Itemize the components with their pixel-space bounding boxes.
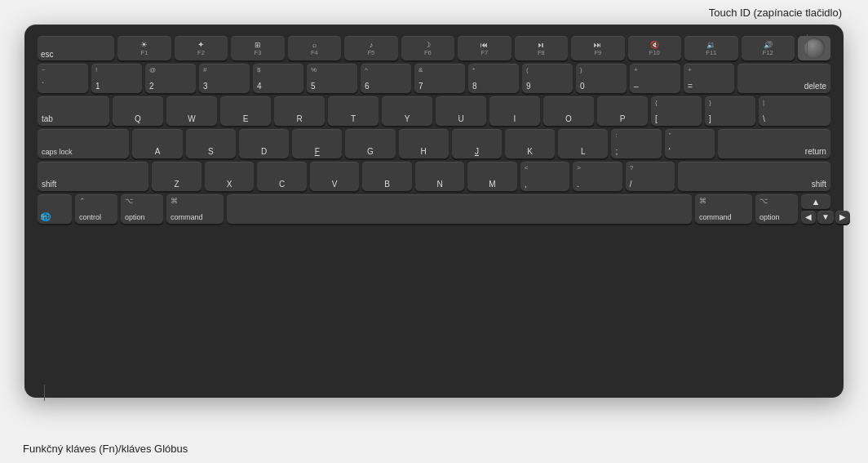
key-n[interactable]: N: [415, 162, 465, 191]
key-return[interactable]: return: [718, 129, 830, 158]
touchid-annotation-line: [807, 34, 808, 59]
keyboard: esc ☀F1 ✦F2 ⊞F3 ⌕F4 ♪F5 ☽F6 ⏮F7 ⏯F8 ⏭F9 …: [24, 24, 844, 398]
key-f10[interactable]: 🔇F10: [628, 36, 681, 60]
bottom-key-row: fn 🌐 ⌃ control ⌥ option ⌘ command ⌘ comm…: [38, 194, 830, 224]
key-shift-left[interactable]: shift: [38, 162, 148, 191]
key-r[interactable]: R: [274, 96, 325, 126]
key-equals[interactable]: +=: [684, 64, 734, 93]
key-command-right[interactable]: ⌘ command: [695, 194, 752, 224]
key-capslock[interactable]: caps lock: [38, 129, 129, 158]
key-w[interactable]: W: [166, 96, 217, 126]
fn-label: Funkčný kláves (Fn)/kláves Glóbus: [23, 443, 188, 455]
key-f3[interactable]: ⊞F3: [231, 36, 284, 60]
key-f4[interactable]: ⌕F4: [288, 36, 341, 60]
key-f6[interactable]: ☽F6: [401, 36, 454, 60]
key-q[interactable]: Q: [113, 96, 163, 126]
key-4[interactable]: $4: [253, 64, 303, 93]
key-f1[interactable]: ☀F1: [117, 36, 170, 60]
key-slash[interactable]: ?/: [626, 162, 675, 191]
number-key-row: ~` !1 @2 #3 $4 %5 ^6 &7 *8 (9 )0 +– += d…: [38, 64, 830, 93]
key-period[interactable]: >.: [573, 162, 622, 191]
key-k[interactable]: K: [505, 129, 555, 158]
key-7[interactable]: &7: [414, 64, 465, 93]
key-v[interactable]: V: [310, 162, 360, 191]
key-f[interactable]: F: [292, 129, 342, 158]
key-2[interactable]: @2: [145, 64, 196, 93]
key-esc[interactable]: esc: [38, 36, 114, 60]
key-m[interactable]: M: [467, 162, 517, 191]
key-arrow-down[interactable]: ▼: [817, 211, 834, 224]
key-arrow-right[interactable]: ▶: [835, 211, 850, 224]
key-6[interactable]: ^6: [361, 64, 411, 93]
qwerty-key-row: tab Q W E R T Y U I O P {[ }] |\: [38, 96, 830, 126]
key-touchid[interactable]: [798, 36, 830, 60]
key-u[interactable]: U: [436, 96, 486, 126]
fn-annotation: Funkčný kláves (Fn)/kláves Glóbus: [23, 443, 188, 455]
key-semicolon[interactable]: :;: [611, 129, 661, 158]
fn-annotation-line: [44, 385, 45, 401]
key-i[interactable]: I: [489, 96, 540, 126]
key-comma[interactable]: <,: [520, 162, 570, 191]
key-l[interactable]: L: [558, 129, 608, 158]
key-t[interactable]: T: [328, 96, 379, 126]
key-1[interactable]: !1: [91, 64, 142, 93]
key-y[interactable]: Y: [382, 96, 432, 126]
key-arrow-up[interactable]: ▲: [801, 194, 830, 209]
key-c[interactable]: C: [257, 162, 307, 191]
key-option-right[interactable]: ⌥ option: [755, 194, 798, 224]
key-backtick[interactable]: ~`: [38, 64, 88, 93]
key-e[interactable]: E: [220, 96, 271, 126]
key-s[interactable]: S: [186, 129, 236, 158]
key-o[interactable]: O: [543, 96, 594, 126]
key-lbracket[interactable]: {[: [651, 96, 702, 126]
key-p[interactable]: P: [597, 96, 648, 126]
key-f7[interactable]: ⏮F7: [458, 36, 511, 60]
key-tab[interactable]: tab: [38, 96, 109, 126]
key-f8[interactable]: ⏯F8: [515, 36, 568, 60]
key-9[interactable]: (9: [522, 64, 573, 93]
key-backslash[interactable]: |\: [759, 96, 830, 126]
key-shift-right[interactable]: shift: [678, 162, 830, 191]
key-b[interactable]: B: [362, 162, 412, 191]
touchid-label: Touch ID (zapínacie tlačidlo): [709, 7, 842, 19]
key-command-left[interactable]: ⌘ command: [166, 194, 224, 224]
key-option-left[interactable]: ⌥ option: [121, 194, 163, 224]
asdf-key-row: caps lock A S D F G H J K L :; "' return: [38, 129, 830, 158]
key-j[interactable]: J: [452, 129, 502, 158]
key-minus[interactable]: +–: [630, 64, 680, 93]
key-delete[interactable]: delete: [737, 64, 830, 93]
key-f9[interactable]: ⏭F9: [571, 36, 624, 60]
key-f11[interactable]: 🔉F11: [684, 36, 737, 60]
key-f2[interactable]: ✦F2: [175, 36, 228, 60]
key-0[interactable]: )0: [576, 64, 627, 93]
key-a[interactable]: A: [132, 129, 182, 158]
keyboard-rows: esc ☀F1 ✦F2 ⊞F3 ⌕F4 ♪F5 ☽F6 ⏮F7 ⏯F8 ⏭F9 …: [38, 36, 830, 388]
key-d[interactable]: D: [239, 129, 289, 158]
key-g[interactable]: G: [345, 129, 395, 158]
key-8[interactable]: *8: [468, 64, 519, 93]
key-h[interactable]: H: [399, 129, 449, 158]
key-arrow-left[interactable]: ◀: [801, 211, 816, 224]
key-5[interactable]: %5: [307, 64, 357, 93]
key-f5[interactable]: ♪F5: [344, 36, 397, 60]
key-x[interactable]: X: [205, 162, 255, 191]
touchid-annotation: Touch ID (zapínacie tlačidlo): [709, 7, 842, 19]
key-f12[interactable]: 🔊F12: [742, 36, 795, 60]
key-rbracket[interactable]: }]: [705, 96, 755, 126]
zxcv-key-row: shift Z X C V B N M <, >. ?/ shift: [38, 162, 830, 191]
key-control[interactable]: ⌃ control: [75, 194, 117, 224]
function-key-row: esc ☀F1 ✦F2 ⊞F3 ⌕F4 ♪F5 ☽F6 ⏮F7 ⏯F8 ⏭F9 …: [38, 36, 830, 60]
key-quote[interactable]: "': [665, 129, 715, 158]
key-space[interactable]: [227, 194, 692, 224]
key-fn[interactable]: fn 🌐: [38, 194, 72, 224]
key-z[interactable]: Z: [152, 162, 202, 191]
key-3[interactable]: #3: [199, 64, 250, 93]
